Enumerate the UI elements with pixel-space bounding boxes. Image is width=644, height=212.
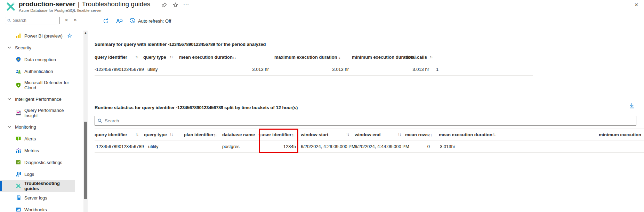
- sort-icon[interactable]: ↑↓: [291, 133, 295, 137]
- column-header-user-identifier[interactable]: user identifier↑↓: [259, 132, 298, 137]
- refresh-button[interactable]: [103, 18, 109, 24]
- favorite-star-icon[interactable]: [67, 33, 72, 38]
- cell-query-type: utility: [143, 67, 176, 72]
- scroll-up-arrow-icon[interactable]: ▲: [83, 31, 88, 34]
- sidebar-item-label: Metrics: [24, 148, 39, 153]
- column-header[interactable]: window start↑↓: [298, 132, 353, 137]
- sidebar-search-box[interactable]: [5, 17, 60, 24]
- cell-user-identifier: 12345: [259, 144, 298, 149]
- column-header[interactable]: database name↑↓: [217, 132, 259, 137]
- sidebar-item-label: Troubleshooting guides: [24, 181, 70, 191]
- clear-search-icon[interactable]: ✕: [65, 18, 68, 23]
- troubleshooting-guides-icon: [15, 183, 22, 189]
- sort-icon[interactable]: ↑↓: [135, 55, 138, 60]
- column-header[interactable]: minimum execution: [496, 132, 644, 137]
- clock-icon: [130, 18, 136, 24]
- sidebar-item-microsoft-defender[interactable]: Microsoft Defender for Cloud: [0, 77, 75, 93]
- column-header[interactable]: query type↑↓: [143, 132, 176, 137]
- sidebar-section-label: Monitoring: [15, 124, 36, 130]
- runtime-table-row[interactable]: -1234567890123456789 utility postgres 12…: [95, 141, 644, 153]
- runtime-heading: Runtime statistics for query identifier …: [95, 105, 298, 110]
- runtime-search-input[interactable]: [105, 118, 636, 123]
- column-header[interactable]: mean rows↑↓: [405, 132, 431, 137]
- sidebar-item-diagnostic-settings[interactable]: Diagnostic settings: [0, 156, 75, 168]
- cell-mean-rows: 0: [405, 144, 431, 149]
- sidebar-item-metrics[interactable]: Metrics: [0, 145, 75, 156]
- runtime-search-box[interactable]: [95, 116, 636, 126]
- sidebar-item-label: Workbooks: [24, 207, 47, 212]
- chevron-down-icon: [8, 126, 11, 128]
- command-bar: Auto refresh: Off: [103, 17, 171, 25]
- sort-icon[interactable]: ↑↓: [170, 55, 173, 60]
- column-header[interactable]: query identifier↑↓: [95, 55, 143, 60]
- sort-icon[interactable]: ↑↓: [135, 132, 138, 137]
- column-header[interactable]: mean execution duration↑↓: [431, 132, 496, 137]
- summary-heading: Summary for query with identifier -12345…: [95, 42, 266, 47]
- sort-icon[interactable]: ↑↓: [337, 55, 340, 59]
- alerts-icon: [15, 136, 22, 142]
- sidebar-section-intelligent-performance[interactable]: Intelligent Performance: [0, 93, 75, 105]
- summary-table-row[interactable]: -1234567890123456789 utility 3.013 hr 3.…: [95, 63, 533, 76]
- sidebar-item-label: Alerts: [24, 136, 36, 141]
- sidebar-search-input[interactable]: [13, 18, 57, 23]
- column-header[interactable]: minimum execution duration↑↓: [352, 55, 403, 60]
- scrollbar-thumb[interactable]: [84, 122, 87, 199]
- defender-shield-icon: [15, 82, 22, 88]
- sidebar-item-label: Diagnostic settings: [24, 160, 62, 165]
- sort-icon[interactable]: ↑↓: [170, 132, 173, 137]
- sidebar-item-label: Power BI (preview): [24, 33, 63, 39]
- sidebar-item-query-performance-insight[interactable]: Query Performance Insight: [0, 105, 75, 121]
- download-button[interactable]: [629, 102, 636, 110]
- runtime-heading-suffix: split by time buckets of 12 hour(s): [223, 105, 298, 110]
- close-blade-icon[interactable]: ✕: [634, 2, 638, 8]
- column-header[interactable]: mean execution duration↑↓: [176, 55, 273, 60]
- feedback-button[interactable]: [116, 18, 123, 24]
- sidebar-section-monitoring[interactable]: Monitoring: [0, 121, 75, 133]
- column-header[interactable]: maximum execution duration↑↓: [273, 55, 352, 60]
- cell-total-calls: 1: [431, 67, 459, 72]
- column-header[interactable]: query type↑↓: [143, 55, 176, 60]
- sidebar-item-data-encryption[interactable]: Data encryption: [0, 54, 75, 65]
- blade-content: Auto refresh: Off Summary for query with…: [88, 14, 644, 212]
- column-header[interactable]: window end↑↓: [353, 132, 405, 137]
- cell-maximum-execution-duration: 3.013 hr: [270, 67, 350, 72]
- sidebar-item-power-bi[interactable]: Power BI (preview): [0, 30, 75, 42]
- sort-icon[interactable]: ↑↓: [398, 132, 401, 137]
- column-header[interactable]: plan identifier↑↓: [176, 132, 217, 137]
- logs-icon: [15, 171, 22, 177]
- auto-refresh-button[interactable]: Auto refresh: Off: [130, 18, 171, 24]
- summary-query-id: -1234567890123456789: [168, 42, 215, 47]
- sidebar-item-workbooks[interactable]: Workbooks: [0, 204, 75, 212]
- metrics-icon: [15, 147, 22, 154]
- sidebar-scrollbar[interactable]: ▲: [83, 31, 88, 212]
- pin-icon[interactable]: [161, 2, 167, 8]
- sidebar-item-label: Microsoft Defender for Cloud: [24, 80, 70, 90]
- sidebar-item-troubleshooting-guides[interactable]: Troubleshooting guides: [0, 180, 75, 192]
- sidebar-item-logs[interactable]: Logs: [0, 168, 75, 180]
- sort-icon[interactable]: ↑↓: [346, 132, 349, 137]
- sort-icon[interactable]: ↑↓: [429, 55, 433, 60]
- sidebar-item-authentication[interactable]: Authentication: [0, 65, 75, 77]
- sort-icon[interactable]: ↑↓: [214, 133, 217, 137]
- more-options-icon[interactable]: ···: [184, 2, 189, 8]
- sidebar-item-alerts[interactable]: Alerts: [0, 133, 75, 145]
- sidebar-item-server-logs[interactable]: Server logs: [0, 192, 75, 204]
- refresh-icon: [103, 18, 109, 24]
- blade-name: Troubleshooting guides: [82, 0, 151, 8]
- sort-icon[interactable]: ↑↓: [233, 55, 236, 59]
- sidebar-section-label: Security: [15, 45, 31, 50]
- column-header[interactable]: total calls↑↓: [403, 55, 435, 60]
- blade-header: production-server|Troubleshooting guides…: [0, 0, 644, 14]
- collapse-menu-icon[interactable]: «: [74, 16, 77, 22]
- sidebar-section-security[interactable]: Security: [0, 42, 75, 54]
- column-header[interactable]: query identifier↑↓: [95, 132, 143, 137]
- sidebar-item-label: Authentication: [24, 69, 53, 74]
- chevron-down-icon: [8, 98, 11, 100]
- cell-mean-execution-duration: 3.013hr: [431, 144, 496, 149]
- runtime-query-id: -1234567890123456789: [176, 105, 223, 110]
- sort-icon[interactable]: ↑↓: [492, 132, 496, 137]
- cell-database-name: postgres: [217, 144, 259, 149]
- favorite-star-icon[interactable]: [172, 2, 178, 8]
- sidebar-section-label: Intelligent Performance: [15, 97, 62, 102]
- search-icon: [98, 119, 102, 123]
